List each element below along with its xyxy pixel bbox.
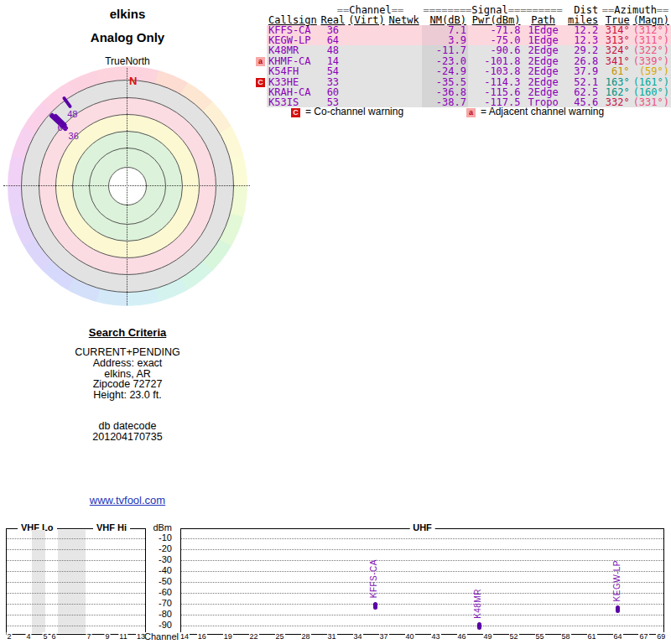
warning-badge-cell: C [254, 76, 267, 87]
dbm-tick-label: -60 [144, 587, 172, 597]
co-channel-legend: C= Co-channel warning [291, 106, 403, 117]
cell-magn_az: (331°) [632, 97, 671, 107]
vhf-panel: VHF Lo VHF Hi 2456791113 [6, 528, 146, 635]
search-criteria-heading: Search Criteria [23, 326, 232, 339]
cell-real: 48 [319, 45, 346, 55]
signal-marker-K48MR [477, 622, 481, 630]
radar-channel-label-48: 48 [67, 109, 77, 119]
dbm-tick-label: -30 [144, 554, 172, 564]
cell-netwk [387, 76, 422, 87]
uhf-channel-tick-label: 22 [249, 632, 259, 641]
tvfool-report: elkins Analog Only TrueNorth N 486436 ==… [0, 0, 671, 644]
dbm-gridline [181, 538, 663, 539]
vhf-channel-tick-label: 2 [6, 632, 12, 641]
warning-badge-cell [254, 97, 267, 107]
cell-path: 2Edge [523, 66, 564, 76]
dbm-gridline [181, 593, 663, 594]
uhf-channel-tick-label: 49 [483, 632, 493, 641]
cell-magn_az: (59°) [632, 66, 671, 76]
col-header-virt: (Virt) [346, 15, 386, 25]
cell-virt [346, 55, 386, 66]
uhf-channel-tick-label: 52 [509, 632, 519, 641]
dbm-gridline [7, 615, 145, 615]
uhf-channel-tick-label: 16 [197, 632, 207, 641]
cell-magn_az: (322°) [632, 45, 671, 55]
vhf-channel-tick-label: 9 [104, 632, 110, 641]
cell-virt [346, 35, 386, 45]
adjacent-channel-legend: a= Adjacent channel warning [466, 106, 604, 117]
cell-netwk [387, 87, 422, 97]
signal-marker-KFFS-CA [373, 602, 377, 610]
uhf-channel-tick-label: 55 [535, 632, 545, 641]
warning-badge-cell [254, 25, 267, 35]
cell-virt [346, 66, 386, 76]
radar-channel-label-36: 36 [69, 131, 79, 141]
cell-pwr: -103.8 [468, 66, 523, 76]
cell-callsign: K48MR [267, 45, 319, 55]
report-subtitle: Analog Only [2, 30, 253, 44]
dbm-gridline [7, 549, 145, 550]
uhf-channel-tick-label: 67 [638, 632, 648, 641]
uhf-channel-tick-label: 28 [301, 632, 311, 641]
dbm-gridline [181, 571, 663, 572]
dbm-tick-label: -10 [144, 532, 172, 543]
signal-marker-label-KFFS-CA: KFFS-CA [369, 559, 378, 598]
uhf-channel-tick-label: 40 [405, 632, 415, 641]
db-datecode-label: db datecode [23, 421, 232, 432]
signal-strength-chart: VHF Lo VHF Hi 2456791113 dBm -10-20-30-4… [0, 522, 671, 644]
cell-virt [346, 87, 386, 97]
signal-table: ==Channel== ========Signal========= Dist… [254, 5, 671, 107]
cell-virt [346, 25, 386, 35]
adjacent-channel-warning-icon: a [256, 57, 265, 66]
adjacent-channel-warning-icon: a [466, 108, 476, 117]
dbm-tick-label: -80 [144, 609, 172, 619]
channel-axis-title: Channel [144, 631, 179, 641]
db-datecode-value: 201204170735 [23, 432, 232, 443]
vhf-channel-tick-label: 11 [118, 632, 127, 641]
tvfool-link[interactable]: www.tvfool.com [90, 494, 165, 506]
cell-true_az: 61° [600, 66, 631, 76]
uhf-channel-tick-label: 46 [457, 632, 467, 641]
dbm-gridline [7, 538, 145, 539]
cell-true_az: 324° [600, 45, 631, 55]
co-channel-warning-icon: C [291, 108, 300, 117]
report-title: elkins [2, 7, 253, 21]
dbm-tick-label: -20 [144, 543, 172, 553]
dbm-gridline [181, 615, 663, 615]
dbm-gridline [7, 604, 145, 605]
dbm-gridline [181, 560, 663, 561]
warning-badge-cell [254, 45, 267, 55]
uhf-channel-tick-label: 19 [223, 632, 233, 641]
uhf-channel-tick-label: 34 [353, 632, 363, 641]
uhf-channel-tick-label: 14 [179, 632, 190, 641]
radar-plot: TrueNorth N 486436 [2, 60, 253, 312]
uhf-channel-tick-label: 61 [586, 632, 596, 641]
compass-north-label: N [129, 75, 137, 87]
uhf-channel-tick-label: 58 [561, 632, 571, 641]
dbm-gridline [181, 626, 663, 626]
dbm-gridline [7, 582, 145, 583]
uhf-channel-tick-label: 69 [656, 632, 666, 641]
cell-path: 2Edge [523, 45, 564, 55]
warning-badge-cell [254, 35, 267, 45]
dbm-tick-label: -50 [144, 576, 172, 586]
cell-netwk [387, 55, 422, 66]
cell-netwk [387, 66, 422, 76]
cell-true_az: 332° [600, 97, 631, 107]
uhf-channel-tick-label: 25 [275, 632, 285, 641]
table-row: K54FH54-24.9-103.82Edge37.961°(59°) [254, 66, 671, 76]
vhf-channel-tick-label: 4 [25, 632, 31, 641]
cell-nm: -11.7 [422, 45, 468, 55]
true-north-label: TrueNorth [2, 55, 253, 67]
cell-nm: -24.9 [422, 66, 468, 76]
adjacent-channel-legend-text: = Adjacent channel warning [481, 106, 604, 117]
dbm-tick-label: -90 [144, 620, 172, 630]
cell-netwk [387, 25, 422, 35]
warning-badge-cell [254, 66, 267, 76]
cell-netwk [387, 45, 422, 55]
vhf-channel-tick-label: 7 [86, 632, 91, 641]
uhf-channel-tick-label: 64 [612, 632, 622, 641]
signal-marker-KEGW-LP [616, 605, 620, 613]
search-criteria-line: Address: exact [23, 358, 232, 369]
cell-miles: 37.9 [564, 66, 600, 76]
